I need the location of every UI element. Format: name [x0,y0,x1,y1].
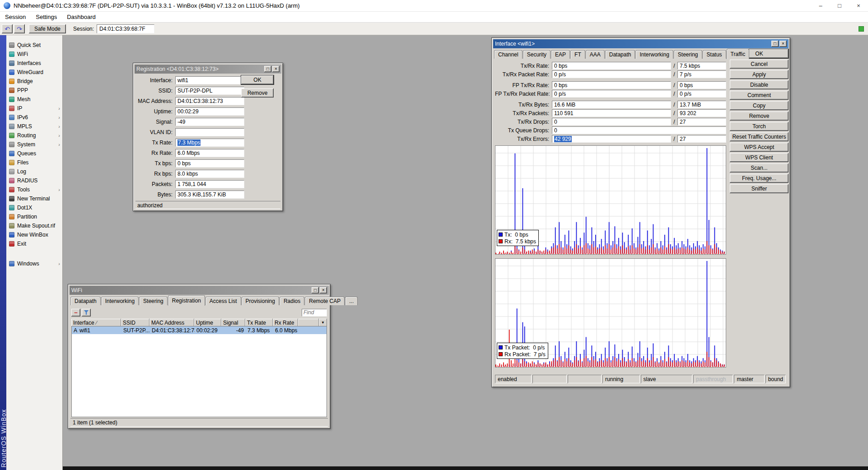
field-value-vlan-id[interactable] [175,128,244,136]
wifi-tab-remote-cap[interactable]: Remote CAP [305,297,345,305]
sidebar-item-dot1x[interactable]: Dot1X [6,203,62,212]
sidebar-item-wifi[interactable]: WiFi [6,50,62,59]
sidebar-item-new-terminal[interactable]: New Terminal [6,194,62,203]
maximize-icon[interactable]: □ [264,66,271,72]
find-input[interactable] [302,309,327,316]
stat-rx-tx-rx-packets[interactable]: 93 202 [677,109,726,117]
sidebar-item-log[interactable]: Log [6,167,62,176]
torch-button[interactable]: Torch [730,122,789,131]
disable-button[interactable]: Disable [730,80,789,89]
sidebar-item-quick-set[interactable]: Quick Set [6,41,62,50]
stat-tx-tx-rx-packet-rate[interactable]: 0 p/s [552,70,671,78]
apply-button[interactable]: Apply [730,70,789,79]
close-icon[interactable]: × [272,66,280,72]
column-header-interface[interactable]: Interface∕ [71,319,121,326]
cancel-button[interactable]: Cancel [730,60,789,69]
scan-button[interactable]: Scan... [730,163,789,172]
column-header-uptime[interactable]: Uptime [194,319,221,326]
sidebar-item-windows[interactable]: Windows› [6,259,62,268]
stat-tx-fp-tx-rx-packet-rate[interactable]: 0 p/s [552,90,671,98]
field-value-signal[interactable]: -49 [175,118,244,126]
sidebar-item-queues[interactable]: Queues [6,149,62,158]
redo-icon[interactable]: ↷ [14,24,25,33]
stat-tx-tx-rx-errors[interactable]: 42 929 [552,135,671,143]
sidebar-item-mpls[interactable]: MPLS› [6,122,62,131]
field-value-rx-bps[interactable]: 8.0 kbps [175,170,244,178]
stat-rx-tx-rx-packet-rate[interactable]: 7 p/s [677,70,726,78]
sidebar-item-files[interactable]: Files [6,158,62,167]
stat-tx-tx-queue-drops[interactable]: 0 [552,126,726,134]
wifi-tab-item[interactable]: ... [345,297,358,305]
reset-traffic-counters-button[interactable]: Reset Traffic Counters [730,132,789,141]
remove-entry-button[interactable]: − [71,309,80,316]
session-input[interactable]: D4:01:C3:39:68:7F [97,24,154,33]
column-menu-dropdown-icon[interactable]: ▼ [319,319,327,326]
maximize-icon[interactable]: □ [830,0,849,11]
wifi-tab-steering[interactable]: Steering [139,297,168,305]
remove-button[interactable]: Remove [730,112,789,121]
comment-button[interactable]: Comment [730,91,789,100]
stat-rx-tx-rx-errors[interactable]: 27 [677,135,726,143]
stat-rx-fp-tx-rx-rate[interactable]: 0 bps [677,81,726,89]
ok-button[interactable]: OK [241,75,274,84]
maximize-icon[interactable]: □ [771,41,779,47]
stat-tx-tx-rx-rate[interactable]: 0 bps [552,62,671,70]
interface-tab-traffic[interactable]: Traffic [727,49,750,59]
wps-client-button[interactable]: WPS Client [730,153,789,162]
column-header-tx-rate[interactable]: Tx Rate [245,319,273,326]
field-value-packets[interactable]: 1 758,1 044 [175,180,244,188]
interface-window-titlebar[interactable]: Interface <wifi1> □ × [493,39,789,48]
sidebar-item-partition[interactable]: Partition [6,212,62,221]
interface-tab-aaa[interactable]: AAA [586,50,605,59]
interface-tab-ft[interactable]: FT [570,50,585,59]
stat-tx-tx-rx-drops[interactable]: 0 [552,118,671,126]
wifi-tab-access-list[interactable]: Access List [205,297,241,305]
field-value-ssid[interactable]: SUT-P2P-DPL [175,87,244,95]
sidebar-item-make-supout-rif[interactable]: Make Supout.rif [6,221,62,230]
undo-icon[interactable]: ↶ [2,24,13,33]
column-header-signal[interactable]: Signal [221,319,245,326]
safe-mode-button[interactable]: Safe Mode [29,24,66,33]
maximize-icon[interactable]: □ [312,287,319,293]
field-value-tx-bps[interactable]: 0 bps [175,159,244,168]
field-value-uptime[interactable]: 00:02:29 [175,107,244,116]
close-icon[interactable]: × [779,41,787,47]
freq-usage-button[interactable]: Freq. Usage... [730,174,789,183]
registration-window-titlebar[interactable]: Registration <D4:01:C3:38:12:73> □ × [135,65,281,74]
interface-tab-datapath[interactable]: Datapath [605,50,635,59]
stat-tx-fp-tx-rx-rate[interactable]: 0 bps [552,81,671,89]
field-value-mac-address[interactable]: D4:01:C3:38:12:73 [175,97,244,105]
wifi-tab-interworking[interactable]: Interworking [101,297,139,305]
sidebar-item-ip[interactable]: IP› [6,104,62,113]
wifi-tab-provisioning[interactable]: Provisioning [242,297,279,305]
stat-rx-tx-rx-bytes[interactable]: 13.7 MiB [677,101,726,108]
field-value-tx-rate[interactable]: 7.3 Mbps [175,139,244,147]
field-value-bytes[interactable]: 305.3 KiB,155.7 KiB [175,191,244,199]
field-value-interface[interactable]: wifi1 [175,76,244,84]
wps-accept-button[interactable]: WPS Accept [730,143,789,152]
sidebar-item-routing[interactable]: Routing› [6,131,62,140]
sidebar-item-new-winbox[interactable]: New WinBox [6,230,62,239]
sidebar-item-ppp[interactable]: PPP [6,86,62,95]
menu-session[interactable]: Session [0,12,31,22]
sidebar-item-wireguard[interactable]: WireGuard [6,68,62,77]
interface-tab-eap[interactable]: EAP [551,50,570,59]
interface-tab-channel[interactable]: Channel [494,50,523,59]
wifi-tab-datapath[interactable]: Datapath [70,297,101,305]
sniffer-button[interactable]: Sniffer [730,184,789,193]
interface-tab-interworking[interactable]: Interworking [635,50,673,59]
sidebar-item-mesh[interactable]: Mesh [6,95,62,104]
sidebar-item-ipv6[interactable]: IPv6› [6,113,62,122]
close-icon[interactable]: × [849,0,868,11]
column-header-mac-address[interactable]: MAC Address [149,319,194,326]
stat-rx-tx-rx-rate[interactable]: 7.5 kbps [677,62,726,70]
menu-settings[interactable]: Settings [31,12,62,22]
remove-button[interactable]: Remove [241,88,274,98]
stat-rx-tx-rx-drops[interactable]: 27 [677,118,726,126]
column-header-ssid[interactable]: SSID [121,319,149,326]
sidebar-item-tools[interactable]: Tools› [6,185,62,194]
menu-dashboard[interactable]: Dashboard [62,12,101,22]
sidebar-item-exit[interactable]: Exit [6,239,62,248]
stat-tx-tx-rx-bytes[interactable]: 16.6 MiB [552,101,671,108]
filter-button[interactable] [82,309,91,316]
